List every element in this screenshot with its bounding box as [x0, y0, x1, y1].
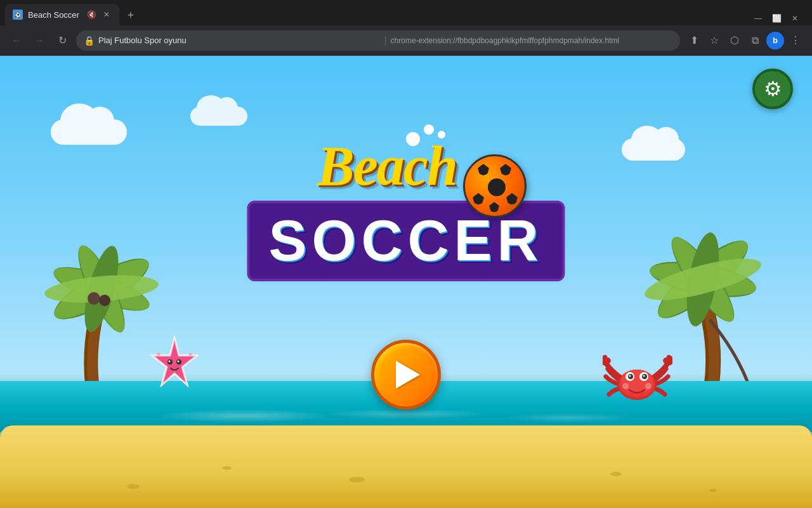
- address-bar: ← → ↻ 🔒 Plaj Futbolu Spor oyunu | chrome…: [0, 25, 812, 56]
- profile-button[interactable]: b: [766, 32, 784, 50]
- ball-body: [463, 154, 527, 218]
- back-button[interactable]: ←: [8, 32, 25, 50]
- svg-point-28: [173, 342, 176, 344]
- svg-point-24: [169, 361, 171, 363]
- soccer-ball: [463, 154, 527, 218]
- address-input[interactable]: 🔒 Plaj Futbolu Spor oyunu | chrome-exten…: [76, 30, 680, 51]
- site-name: Plaj Futbolu Spor oyunu: [98, 36, 380, 45]
- svg-point-40: [629, 375, 631, 377]
- crab-svg: [603, 350, 672, 407]
- play-button[interactable]: [371, 340, 441, 410]
- svg-point-10: [88, 292, 100, 305]
- svg-point-26: [157, 353, 160, 356]
- svg-text:⚽: ⚽: [15, 12, 21, 18]
- bookmark-button[interactable]: ☆: [705, 32, 723, 50]
- svg-point-11: [99, 295, 110, 306]
- tab-bar: ⚽ Beach Soccer 🔇 ✕ + — ⬜ ✕: [0, 0, 812, 25]
- svg-point-35: [621, 370, 653, 394]
- menu-button[interactable]: ⋮: [787, 32, 804, 50]
- svg-point-43: [645, 383, 652, 389]
- sand-decoration-2: [222, 466, 232, 470]
- back-icon: ←: [11, 35, 22, 46]
- secure-icon: 🔒: [84, 36, 95, 46]
- forward-button[interactable]: →: [30, 32, 48, 50]
- cloud-2: [190, 107, 247, 126]
- window-close-button[interactable]: ✕: [788, 11, 802, 25]
- reload-button[interactable]: ↻: [53, 32, 71, 50]
- play-button-inner: [379, 348, 433, 402]
- window-controls: — ⬜ ✕: [745, 11, 807, 25]
- ball-patch-bottom-left: [473, 193, 484, 204]
- active-tab[interactable]: ⚽ Beach Soccer 🔇 ✕: [5, 4, 119, 25]
- ball-patch-top-left: [478, 164, 489, 175]
- share-button[interactable]: ⬆: [685, 32, 703, 50]
- tab-title: Beach Soccer: [28, 10, 82, 20]
- play-button-outer: [371, 340, 441, 410]
- sand-decoration-5: [349, 477, 365, 483]
- ball-patch-center: [488, 178, 506, 196]
- new-tab-button[interactable]: +: [122, 6, 140, 24]
- settings-button[interactable]: ⚙: [752, 69, 793, 109]
- svg-point-42: [622, 383, 629, 389]
- ball-patch-top-right: [500, 164, 511, 175]
- tab-close-button[interactable]: ✕: [102, 10, 112, 20]
- ball-patch-bottom-right: [506, 193, 518, 204]
- play-icon: [396, 361, 420, 389]
- sand-decoration-1: [127, 484, 140, 489]
- sand-decoration-3: [610, 472, 622, 476]
- browser-frame: ⚽ Beach Soccer 🔇 ✕ + — ⬜ ✕ ← → ↻ 🔒 Plaj …: [0, 0, 812, 508]
- crab: [603, 350, 672, 410]
- forward-icon: →: [34, 35, 44, 46]
- svg-point-27: [189, 353, 192, 356]
- starfish: [146, 335, 203, 395]
- window-maximize-button[interactable]: ⬜: [768, 11, 785, 25]
- cloud-3: [622, 138, 685, 161]
- game-area: Beach SOCCER: [0, 56, 812, 508]
- tab-favicon: ⚽: [13, 10, 23, 20]
- ball-patch-bottom: [489, 202, 499, 212]
- reload-icon: ↻: [58, 34, 67, 46]
- sand-decoration-4: [709, 489, 717, 492]
- tab-mute-icon[interactable]: 🔇: [87, 10, 96, 19]
- address-separator: |: [384, 35, 386, 46]
- starfish-svg: [146, 335, 203, 392]
- gear-icon: ⚙: [764, 77, 782, 101]
- window-minimize-button[interactable]: —: [750, 11, 766, 25]
- svg-point-41: [643, 375, 645, 377]
- svg-point-25: [178, 361, 180, 363]
- extensions-button[interactable]: ⬡: [726, 32, 743, 50]
- address-url: chrome-extension://fbbdpdboagphklkpfmlff…: [391, 36, 672, 45]
- title-soccer: SOCCER: [268, 209, 543, 272]
- toolbar-icons: ⬆ ☆ ⬡ ⧉ b ⋮: [685, 32, 804, 50]
- cloud-1: [51, 119, 127, 145]
- bubble-2: [424, 124, 434, 135]
- sand: [0, 425, 812, 508]
- split-view-button[interactable]: ⧉: [746, 32, 764, 50]
